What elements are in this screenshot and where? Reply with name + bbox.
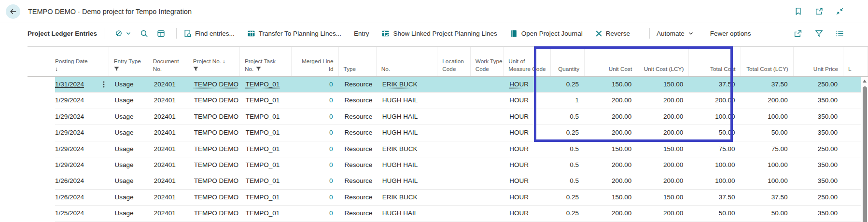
- table-row[interactable]: 1/29/2024Usage202401TEMPO DEMOTEMPO_010R…: [28, 157, 868, 173]
- cell-document_no[interactable]: 202401: [148, 173, 188, 189]
- column-header-total_cost_lcy[interactable]: Total Cost (LCY): [741, 47, 794, 76]
- cell-no[interactable]: HUGH HAIL: [377, 109, 438, 125]
- table-row[interactable]: 1/29/2024Usage202401TEMPO DEMOTEMPO_010R…: [28, 109, 868, 125]
- cell-entry_type[interactable]: Usage: [109, 190, 148, 206]
- cell-unit_cost[interactable]: 200.00: [585, 93, 637, 109]
- cell-entry_type[interactable]: Usage: [109, 93, 148, 109]
- cell-project_no[interactable]: TEMPO DEMO: [188, 125, 240, 141]
- cell-total_cost_lcy[interactable]: 75.00: [741, 141, 794, 157]
- cell-type[interactable]: Resource: [339, 190, 377, 206]
- cell-posting_date[interactable]: 1/29/2024: [55, 141, 109, 157]
- cell-document_no[interactable]: 202401: [148, 190, 188, 206]
- cell-unit_cost[interactable]: 200.00: [585, 173, 637, 189]
- cell-posting_date[interactable]: 1/25/2024: [55, 206, 109, 222]
- column-header-unit_cost[interactable]: Unit Cost: [585, 47, 637, 76]
- cell-posting_date[interactable]: 1/26/2024: [55, 190, 109, 206]
- table-row[interactable]: 1/29/2024Usage202401TEMPO DEMOTEMPO_010R…: [28, 141, 868, 157]
- cell-location_code[interactable]: [437, 190, 470, 206]
- cell-unit_price[interactable]: 350.00: [794, 173, 843, 189]
- cell-quantity[interactable]: 0.5: [551, 173, 585, 189]
- cell-merged_line_id[interactable]: 0: [292, 141, 339, 157]
- reverse-button[interactable]: Reverse: [595, 30, 630, 37]
- cell-unit_price[interactable]: 350.00: [794, 157, 843, 173]
- table-row[interactable]: 1/29/2024Usage202401TEMPO DEMOTEMPO_010R…: [28, 125, 868, 141]
- column-header-unit_price[interactable]: Unit Price: [794, 47, 843, 76]
- cell-total_cost[interactable]: 200.00: [689, 93, 741, 109]
- cell-entry_type[interactable]: Usage: [109, 109, 148, 125]
- cell-location_code[interactable]: [437, 125, 470, 141]
- cell-project_task_no[interactable]: TEMPO_01: [240, 77, 292, 93]
- cell-merged_line_id[interactable]: 0: [292, 206, 339, 222]
- cell-entry_type[interactable]: Usage: [109, 141, 148, 157]
- cell-work_type_code[interactable]: [471, 206, 504, 222]
- cell-total_cost_lcy[interactable]: 37.50: [741, 190, 794, 206]
- scroll-thumb[interactable]: [863, 86, 867, 222]
- cell-unit_cost_lcy[interactable]: 200.00: [637, 93, 689, 109]
- cell-total_cost_lcy[interactable]: 100.00: [741, 157, 794, 173]
- column-header-line_truncated[interactable]: L: [843, 47, 868, 76]
- cell-project_no[interactable]: TEMPO DEMO: [188, 141, 240, 157]
- cell-entry_type[interactable]: Usage: [109, 125, 148, 141]
- cell-unit_cost_lcy[interactable]: 150.00: [637, 141, 689, 157]
- cell-type[interactable]: Resource: [339, 77, 377, 93]
- cell-total_cost_lcy[interactable]: 200.00: [741, 93, 794, 109]
- cell-project_no[interactable]: TEMPO DEMO: [188, 77, 240, 93]
- cell-no[interactable]: HUGH HAIL: [377, 157, 438, 173]
- column-header-document_no[interactable]: DocumentNo.: [148, 47, 188, 76]
- cell-no[interactable]: HUGH HAIL: [377, 206, 438, 222]
- cell-unit_of_measure_code[interactable]: HOUR: [504, 93, 551, 109]
- cell-unit_cost[interactable]: 200.00: [585, 109, 637, 125]
- cell-project_task_no[interactable]: TEMPO_01: [240, 109, 292, 125]
- cell-total_cost_lcy[interactable]: 100.00: [741, 109, 794, 125]
- cell-location_code[interactable]: [437, 141, 470, 157]
- cell-entry_type[interactable]: Usage: [109, 77, 148, 93]
- cell-merged_line_id[interactable]: 0: [292, 77, 339, 93]
- cell-document_no[interactable]: 202401: [148, 109, 188, 125]
- cell-total_cost[interactable]: 100.00: [689, 109, 741, 125]
- search-icon[interactable]: [140, 29, 148, 38]
- bookmark-icon[interactable]: [794, 7, 802, 15]
- cell-work_type_code[interactable]: [471, 190, 504, 206]
- analyze-button[interactable]: [115, 29, 131, 37]
- cell-unit_price[interactable]: 350.00: [794, 125, 843, 141]
- cell-entry_type[interactable]: Usage: [109, 157, 148, 173]
- filter-icon[interactable]: [815, 29, 823, 38]
- cell-unit_cost[interactable]: 150.00: [585, 77, 637, 93]
- cell-project_no[interactable]: TEMPO DEMO: [188, 206, 240, 222]
- cell-posting_date[interactable]: 1/31/2024: [55, 77, 109, 93]
- cell-unit_of_measure_code[interactable]: HOUR: [504, 109, 551, 125]
- cell-type[interactable]: Resource: [339, 93, 377, 109]
- cell-total_cost_lcy[interactable]: 100.00: [741, 173, 794, 189]
- cell-unit_cost_lcy[interactable]: 200.00: [637, 157, 689, 173]
- cell-document_no[interactable]: 202401: [148, 77, 188, 93]
- column-header-entry_type[interactable]: Entry Type: [109, 47, 148, 76]
- column-header-no[interactable]: No.: [377, 47, 438, 76]
- cell-type[interactable]: Resource: [339, 125, 377, 141]
- cell-posting_date[interactable]: 1/26/2024: [55, 173, 109, 189]
- cell-unit_price[interactable]: 350.00: [794, 109, 843, 125]
- cell-quantity[interactable]: 0.5: [551, 109, 585, 125]
- cell-work_type_code[interactable]: [471, 141, 504, 157]
- cell-unit_cost[interactable]: 150.00: [585, 141, 637, 157]
- cell-no[interactable]: HUGH HAIL: [377, 125, 438, 141]
- cell-quantity[interactable]: 0.25: [551, 125, 585, 141]
- cell-work_type_code[interactable]: [471, 125, 504, 141]
- cell-quantity[interactable]: 0.25: [551, 77, 585, 93]
- cell-work_type_code[interactable]: [471, 157, 504, 173]
- cell-unit_cost[interactable]: 200.00: [585, 157, 637, 173]
- cell-total_cost_lcy[interactable]: 50.00: [741, 206, 794, 222]
- cell-type[interactable]: Resource: [339, 173, 377, 189]
- cell-project_no[interactable]: TEMPO DEMO: [188, 173, 240, 189]
- table-row[interactable]: 1/26/2024Usage202401TEMPO DEMOTEMPO_010R…: [28, 173, 868, 189]
- cell-unit_cost_lcy[interactable]: 200.00: [637, 173, 689, 189]
- cell-unit_price[interactable]: 350.00: [794, 206, 843, 222]
- cell-project_task_no[interactable]: TEMPO_01: [240, 93, 292, 109]
- table-row[interactable]: 1/26/2024Usage202401TEMPO DEMOTEMPO_010R…: [28, 190, 868, 206]
- cell-document_no[interactable]: 202401: [148, 157, 188, 173]
- row-context-menu-icon[interactable]: [103, 81, 105, 88]
- cell-unit_cost_lcy[interactable]: 200.00: [637, 109, 689, 125]
- cell-type[interactable]: Resource: [339, 109, 377, 125]
- cell-location_code[interactable]: [437, 93, 470, 109]
- cell-quantity[interactable]: 0.5: [551, 157, 585, 173]
- cell-unit_of_measure_code[interactable]: HOUR: [504, 141, 551, 157]
